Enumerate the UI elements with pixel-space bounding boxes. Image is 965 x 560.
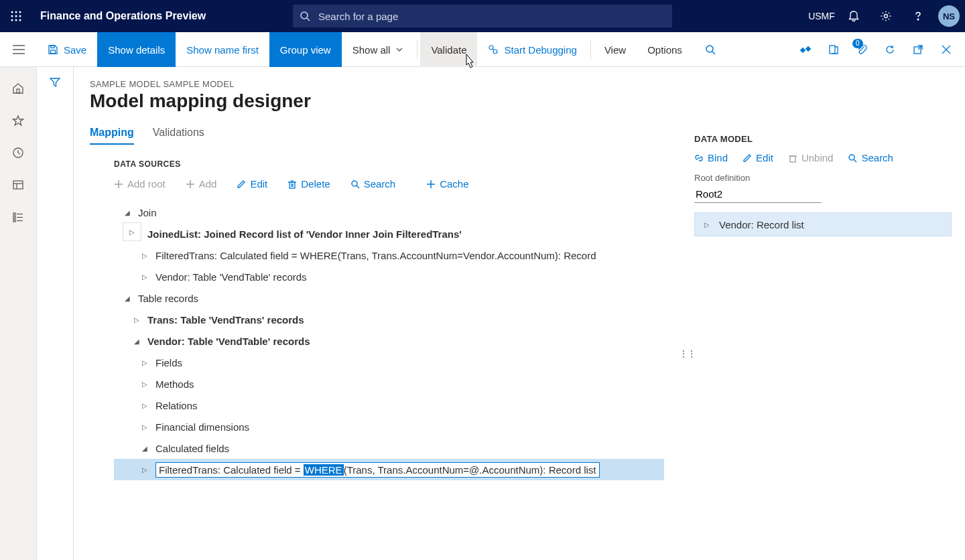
page-title: Model mapping designer (90, 90, 664, 112)
chevron-down-icon (395, 46, 403, 54)
expand-arrow-icon[interactable]: ▷ (141, 466, 149, 474)
show-details-button[interactable]: Show details (97, 32, 176, 67)
company-selector[interactable]: USMF (807, 0, 836, 32)
add-button[interactable]: Add (186, 178, 217, 190)
workspaces-button[interactable] (2, 170, 34, 200)
search-button[interactable]: Search (350, 178, 396, 190)
edit-button[interactable]: Edit (237, 178, 267, 190)
search-button[interactable] (693, 32, 728, 67)
tab-mapping[interactable]: Mapping (90, 127, 134, 144)
tree-node-table-records[interactable]: ◢ Table records (114, 287, 664, 309)
view-button[interactable]: View (594, 32, 637, 67)
show-all-dropdown[interactable]: Show all (342, 32, 415, 67)
attachments-badge: 0 (852, 39, 863, 48)
expand-arrow-icon[interactable]: ▷ (704, 221, 710, 228)
data-model-panel: DATA MODEL Bind Edit Unbind Search (681, 122, 965, 560)
start-debugging-button[interactable]: Start Debugging (477, 32, 587, 67)
expand-arrow-icon[interactable]: ▷ (141, 252, 149, 259)
expand-arrow-icon[interactable]: ▷ (141, 380, 149, 388)
tree-node-filteredtrans[interactable]: ▷ FilteredTrans: Calculated field = WHER… (114, 244, 664, 266)
hamburger-button[interactable] (0, 32, 37, 67)
tree-node-vendor-2[interactable]: ◢ Vendor: Table 'VendTable' records (114, 330, 664, 352)
vertical-splitter[interactable]: ⋮⋮ (680, 67, 681, 560)
cache-button[interactable]: Cache (426, 178, 468, 190)
dm-edit-button[interactable]: Edit (743, 152, 773, 163)
tree-node-trans[interactable]: ▷ Trans: Table 'VendTrans' records (114, 309, 664, 330)
bell-icon (848, 10, 860, 22)
close-button[interactable] (933, 36, 960, 63)
collapse-arrow-icon[interactable]: ◢ (123, 209, 131, 216)
filter-button[interactable] (49, 76, 61, 560)
data-model-toolbar: Bind Edit Unbind Search (694, 152, 952, 163)
related-button[interactable] (792, 36, 819, 63)
refresh-button[interactable] (877, 36, 903, 63)
user-avatar[interactable]: NS (938, 5, 960, 27)
search-icon (705, 44, 716, 55)
trash-icon (287, 180, 297, 189)
open-in-office-button[interactable] (820, 36, 847, 63)
svg-point-58 (849, 155, 854, 160)
expand-arrow-icon[interactable]: ▷ (141, 402, 149, 409)
home-button[interactable] (2, 74, 34, 103)
delete-button[interactable]: Delete (287, 178, 330, 190)
bind-button[interactable]: Bind (694, 152, 728, 163)
collapse-arrow-icon[interactable]: ◢ (133, 338, 141, 345)
popout-button[interactable] (905, 36, 931, 63)
options-button[interactable]: Options (637, 32, 693, 67)
attachments-button[interactable]: 0 (848, 36, 875, 63)
save-button[interactable]: Save (37, 32, 97, 67)
tree-node-selected-filteredtrans[interactable]: ▷ FilteredTrans: Calculated field = WHER… (114, 459, 664, 480)
expand-arrow-icon[interactable]: ▷ (141, 273, 149, 281)
collapse-arrow-icon[interactable]: ◢ (141, 445, 149, 452)
svg-rect-16 (51, 50, 56, 54)
expand-arrow-icon[interactable]: ▷ (141, 359, 149, 366)
tabs: Mapping Validations (90, 127, 664, 145)
favorites-button[interactable] (2, 106, 34, 135)
panel-collapse-toggle[interactable]: ▷ (123, 222, 141, 241)
collapse-arrow-icon[interactable]: ◢ (123, 295, 131, 302)
svg-point-2 (19, 11, 21, 13)
tree-node-joinedlist[interactable]: ◢ JoinedList: Joined Record list of 'Ven… (114, 223, 664, 244)
root-definition-input[interactable] (694, 186, 822, 203)
tree-node-methods[interactable]: ▷ Methods (114, 373, 664, 395)
svg-line-59 (854, 159, 856, 162)
expand-arrow-icon[interactable]: ▷ (141, 423, 149, 431)
star-icon (12, 115, 24, 127)
svg-line-20 (493, 49, 494, 50)
global-search-input[interactable] (293, 5, 672, 27)
separator (417, 40, 417, 59)
expand-arrow-icon[interactable]: ▷ (133, 316, 141, 324)
save-label: Save (64, 44, 86, 56)
tab-validations[interactable]: Validations (153, 127, 204, 144)
tree-node-calculated-fields[interactable]: ◢ Calculated fields (114, 437, 664, 459)
splitter-handle-icon: ⋮⋮ (679, 348, 682, 359)
help-button[interactable] (903, 0, 933, 32)
tree-node-financial-dimensions[interactable]: ▷ Financial dimensions (114, 416, 664, 437)
validate-button[interactable]: Validate (420, 32, 477, 67)
tree-node-fields[interactable]: ▷ Fields (114, 352, 664, 373)
modules-button[interactable] (2, 202, 34, 232)
unbind-button[interactable]: Unbind (788, 152, 834, 163)
gear-icon (880, 10, 892, 22)
selected-expression-box[interactable]: FilteredTrans: Calculated field = WHERE(… (155, 462, 600, 478)
filter-column (37, 67, 74, 560)
popout-icon (913, 44, 923, 55)
tree-node-vendor[interactable]: ▷ Vendor: Table 'VendTable' records (114, 266, 664, 287)
add-root-button[interactable]: Add root (114, 178, 166, 190)
dm-search-button[interactable]: Search (848, 152, 893, 163)
group-view-button[interactable]: Group view (269, 32, 342, 67)
global-search-wrap (293, 5, 672, 27)
root-definition-label: Root definition (694, 173, 952, 183)
waffle-button[interactable] (0, 0, 32, 32)
tree-node-relations[interactable]: ▷ Relations (114, 395, 664, 416)
notifications-button[interactable] (839, 0, 868, 32)
show-name-first-button[interactable]: Show name first (176, 32, 269, 67)
highlight-where: WHERE (304, 464, 344, 476)
settings-button[interactable] (871, 0, 901, 32)
recent-button[interactable] (2, 138, 34, 167)
svg-point-8 (19, 19, 21, 21)
tree-node-join[interactable]: ◢ Join (114, 202, 664, 223)
svg-rect-47 (290, 182, 295, 188)
home-icon (12, 82, 24, 94)
dm-tree-node-vendor[interactable]: ▷ Vendor: Record list (694, 212, 952, 236)
